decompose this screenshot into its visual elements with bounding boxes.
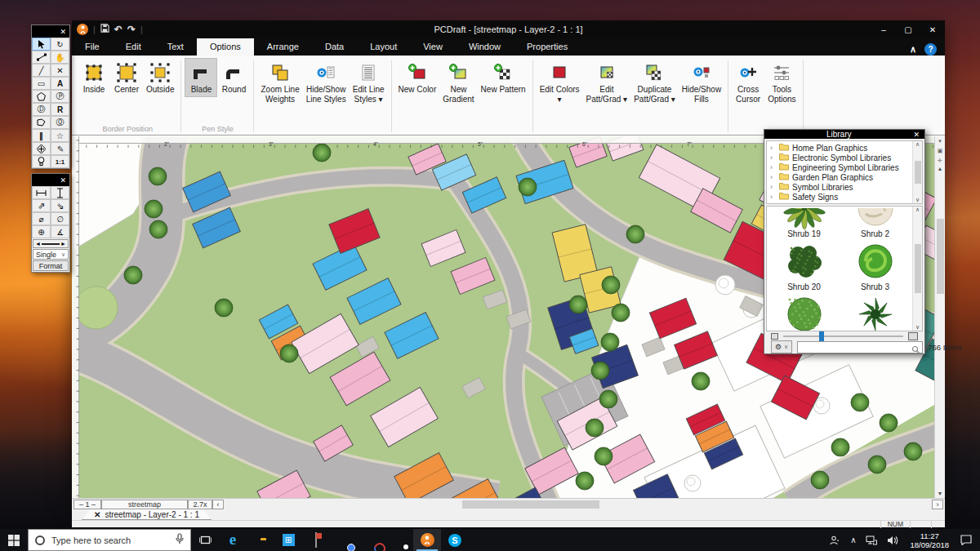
taskbar-app-skype[interactable]: S <box>441 529 469 551</box>
tool-target-icon[interactable] <box>32 142 51 155</box>
task-view-button[interactable] <box>191 529 219 551</box>
tool-diag-dimension-icon[interactable]: ⇗ <box>32 199 51 212</box>
network-icon[interactable] <box>861 529 882 551</box>
tab-close-icon[interactable]: ✕ <box>94 510 100 519</box>
ribbon-button-cross-cursor[interactable]: CrossCursor <box>732 58 764 107</box>
volume-icon[interactable] <box>882 529 903 551</box>
close-icon[interactable]: ✕ <box>60 28 66 36</box>
tools-palette-titlebar[interactable]: ✕ <box>32 25 69 38</box>
large-thumbnail-icon[interactable] <box>908 332 918 340</box>
ribbon-button-edit-patt-grad[interactable]: EditPatt/Grad ▾ <box>583 58 631 107</box>
ribbon-button-new-gradient[interactable]: NewGradient <box>439 58 477 107</box>
resize-grip[interactable] <box>931 521 945 528</box>
tool-r-tool-icon[interactable]: R <box>51 103 69 116</box>
taskbar-app-draw2[interactable] <box>358 529 385 551</box>
minimize-button[interactable]: – <box>871 20 896 38</box>
menu-arrange[interactable]: Arrange <box>254 38 312 56</box>
ribbon-button-hide-show-fills[interactable]: Hide/ShowFills <box>679 58 724 107</box>
slider-track[interactable] <box>783 335 903 337</box>
tool-hand-icon[interactable]: ✋ <box>51 51 69 64</box>
ribbon-button-edit-line-styles[interactable]: Edit LineStyles ▾ <box>350 58 388 107</box>
tool-rectangle-icon[interactable]: ▭ <box>32 77 51 90</box>
microphone-icon[interactable] <box>176 533 184 548</box>
dimension-palette-titlebar[interactable]: ✕ <box>32 174 69 186</box>
menu-edit[interactable]: Edit <box>113 38 154 56</box>
expander-icon[interactable]: › <box>770 193 776 201</box>
library-titlebar[interactable]: Library ✕ <box>764 130 924 139</box>
close-button[interactable]: ✕ <box>920 20 945 38</box>
library-folder-home-plan-graphics[interactable]: ›Home Plan Graphics <box>770 143 911 153</box>
layers-widget-icon[interactable]: ▣ <box>935 146 945 156</box>
library-thumb-shrub3[interactable] <box>854 240 897 282</box>
scroll-down-arrow[interactable]: ∨ <box>915 324 920 331</box>
library-folder-electronic-symbol-libraries[interactable]: ›Electronic Symbol Libraries <box>770 153 911 162</box>
document-name-box[interactable]: streetmap <box>101 500 188 509</box>
horizontal-scroll-thumb[interactable] <box>462 500 599 509</box>
library-folder-engineering-symbol-libraries[interactable]: ›Engineering Symbol Libraries <box>770 162 911 172</box>
tool-d-tool-icon[interactable]: Ⓓ <box>32 103 51 116</box>
save-icon[interactable] <box>100 24 109 35</box>
pan-widget-icon[interactable]: ✛ <box>935 156 945 166</box>
ribbon-button-hide-show-line-styles[interactable]: Hide/ShowLine Styles <box>303 58 350 107</box>
menu-options[interactable]: Options <box>197 38 254 56</box>
vertical-scrollbar[interactable]: ▾ ▣ ✛ ▲ ▼ <box>934 136 945 498</box>
scroll-left-arrow[interactable]: ‹ <box>212 500 224 509</box>
tool-oblique-diameter-icon[interactable]: ∅ <box>51 212 69 225</box>
clock[interactable]: 11:27 18/09/2018 <box>903 529 956 551</box>
scroll-up-arrow[interactable]: ∧ <box>915 141 920 148</box>
taskbar-app-edge[interactable]: e <box>219 529 247 551</box>
help-icon[interactable]: ? <box>924 43 937 56</box>
scroll-right-arrow[interactable]: › <box>932 500 943 509</box>
library-search-input[interactable] <box>797 341 923 353</box>
library-thumb-shrub2[interactable] <box>854 208 897 229</box>
scroll-up-arrow[interactable]: ▲ <box>938 166 943 171</box>
taskbar-search-box[interactable]: Type here to search <box>28 529 191 551</box>
tool-cursor-icon[interactable] <box>32 38 51 51</box>
single-dropdown[interactable]: Single∨ <box>33 249 69 260</box>
taskbar-app-chrome[interactable] <box>330 529 358 551</box>
taskbar-app-explorer[interactable] <box>247 529 274 551</box>
ribbon-button-center[interactable]: Center <box>110 58 143 97</box>
redo-icon[interactable]: ↷ <box>127 24 136 35</box>
tool-eyedropper-icon[interactable]: ✐ <box>51 142 69 155</box>
ribbon-button-zoom-line-weights[interactable]: Zoom LineWeights <box>257 58 302 107</box>
scroll-down-arrow[interactable]: ▼ <box>938 491 943 496</box>
library-thumb-shrub19[interactable] <box>783 208 826 229</box>
library-thumb-shrub21[interactable] <box>783 293 826 331</box>
close-icon[interactable]: ✕ <box>60 176 66 184</box>
menu-layout[interactable]: Layout <box>357 38 410 56</box>
expander-icon[interactable]: › <box>770 183 776 191</box>
tool-parallel-lines-icon[interactable]: ∥ <box>32 129 51 142</box>
tool-line-icon[interactable]: ╱ <box>32 64 51 77</box>
close-icon[interactable]: ✕ <box>913 131 924 139</box>
tool-polygon-icon[interactable] <box>32 90 51 103</box>
maximize-button[interactable]: ▢ <box>896 20 920 38</box>
ribbon-button-inside[interactable]: Inside <box>78 58 110 97</box>
vertical-scroll-thumb[interactable] <box>937 219 944 294</box>
expander-icon[interactable]: › <box>770 144 776 152</box>
scroll-up-arrow[interactable]: ∧ <box>915 207 920 213</box>
library-thumb-shrub4[interactable] <box>854 293 897 331</box>
menu-view[interactable]: View <box>410 38 456 56</box>
menu-file[interactable]: File <box>72 38 113 56</box>
canvas-widget-icon[interactable]: ▾ <box>935 136 945 146</box>
ribbon-button-round[interactable]: Round <box>217 58 250 97</box>
tool-angle-dimension-icon[interactable]: ∡ <box>51 225 69 238</box>
scroll-down-arrow[interactable]: ∨ <box>915 197 920 203</box>
tool-cross-select-icon[interactable]: ✕ <box>51 64 69 77</box>
start-button[interactable] <box>0 529 28 551</box>
slider-knob[interactable] <box>819 331 824 341</box>
tool-rotate-icon[interactable]: ↻ <box>51 38 69 51</box>
expander-icon[interactable]: › <box>770 153 776 162</box>
ribbon-button-blade[interactable]: Blade <box>185 58 217 97</box>
taskbar-app-pcdraft[interactable] <box>413 529 441 551</box>
tool-h-dimension-icon[interactable] <box>32 186 51 199</box>
tool-leader-dimension-icon[interactable]: ⇘ <box>51 199 69 212</box>
tool-freeform-icon[interactable] <box>32 116 51 129</box>
thumbs-scrollbar[interactable]: ∧∨ <box>912 207 922 331</box>
taskbar-app-paint[interactable] <box>302 529 330 551</box>
action-center-icon[interactable] <box>956 529 980 551</box>
people-icon[interactable] <box>825 529 845 551</box>
horizontal-scroll-track[interactable] <box>224 499 932 510</box>
tool-center-mark-icon[interactable]: ⊕ <box>32 225 51 238</box>
